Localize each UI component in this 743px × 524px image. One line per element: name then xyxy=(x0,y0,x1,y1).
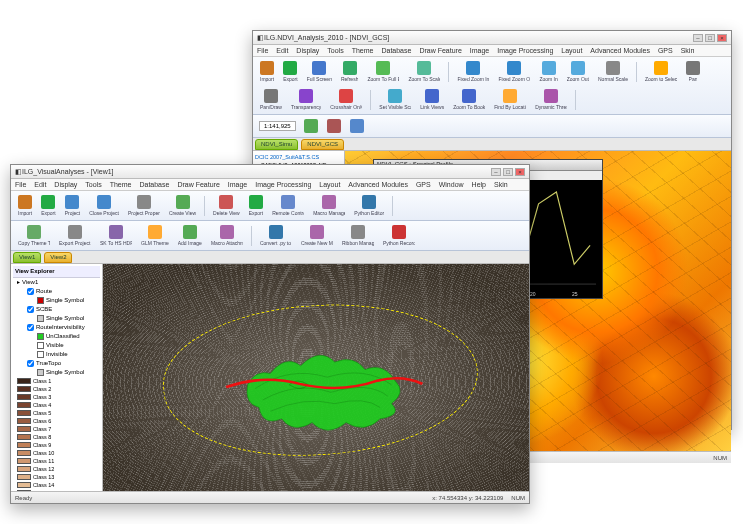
tool-export[interactable]: Export xyxy=(280,59,300,84)
close-button[interactable]: × xyxy=(515,168,525,176)
tool-zoom-to-full-extent[interactable]: Zoom To Full Extent xyxy=(364,59,402,84)
tool-full-screen[interactable]: Full Screen xyxy=(304,59,335,84)
tool-export-project-metadata[interactable]: Export Project Metadata xyxy=(56,223,94,248)
tool-set-visible-scale[interactable]: Set Visible Scale xyxy=(376,87,414,112)
menu-layout[interactable]: Layout xyxy=(319,181,340,188)
class-row[interactable]: Class 5 xyxy=(13,409,100,417)
layer-checkbox[interactable] xyxy=(27,324,34,331)
tool-ribbon-manager[interactable]: Ribbon Manager xyxy=(339,223,377,248)
tool-fixed-zoom-out[interactable]: Fixed Zoom Out xyxy=(495,59,533,84)
close-button[interactable]: × xyxy=(717,34,727,42)
tool-python-editor[interactable]: Python Editor xyxy=(351,193,387,218)
class-row[interactable]: Class 2 xyxy=(13,385,100,393)
menu-draw-feature[interactable]: Draw Feature xyxy=(177,181,219,188)
legend-item[interactable]: Visible xyxy=(13,341,100,350)
menu-draw-feature[interactable]: Draw Feature xyxy=(419,47,461,54)
tool-export[interactable]: Export xyxy=(246,193,266,218)
class-row[interactable]: Class 12 xyxy=(13,465,100,473)
tool-create-view[interactable]: Create View xyxy=(166,193,199,218)
identify-button[interactable] xyxy=(347,117,367,135)
tool-glm-theme[interactable]: GLM Theme xyxy=(138,223,172,248)
menu-theme[interactable]: Theme xyxy=(352,47,374,54)
class-row[interactable]: Class 8 xyxy=(13,433,100,441)
menu-file[interactable]: File xyxy=(15,181,26,188)
tool-pan-draw[interactable]: Pan/Draw xyxy=(257,87,285,112)
class-row[interactable]: Class 1 xyxy=(13,377,100,385)
tool-link-views[interactable]: Link Views xyxy=(417,87,447,112)
menu-layout[interactable]: Layout xyxy=(561,47,582,54)
layer-scbe[interactable]: SCBE xyxy=(13,305,100,314)
tool-create-new-macro[interactable]: Create New Macro xyxy=(298,223,336,248)
tool-add-image[interactable]: Add Image xyxy=(175,223,205,248)
tab-view2[interactable]: View2 xyxy=(44,252,72,263)
menu-theme[interactable]: Theme xyxy=(110,181,132,188)
menu-display[interactable]: Display xyxy=(296,47,319,54)
class-row[interactable]: Class 7 xyxy=(13,425,100,433)
tool-crosshair-on-off[interactable]: Crosshair On/Off xyxy=(327,87,365,112)
class-row[interactable]: Class 6 xyxy=(13,417,100,425)
layer-truetopo[interactable]: TrueTopo xyxy=(13,359,100,368)
class-row[interactable]: Class 11 xyxy=(13,457,100,465)
menu-advanced-modules[interactable]: Advanced Modules xyxy=(590,47,650,54)
tool-fixed-zoom-in[interactable]: Fixed Zoom In xyxy=(454,59,492,84)
menu-gps[interactable]: GPS xyxy=(416,181,431,188)
class-row[interactable]: Class 13 xyxy=(13,473,100,481)
menu-image-processing[interactable]: Image Processing xyxy=(255,181,311,188)
map-canvas-front[interactable] xyxy=(103,264,529,491)
menu-file[interactable]: File xyxy=(257,47,268,54)
menu-edit[interactable]: Edit xyxy=(276,47,288,54)
tool-import[interactable]: Import xyxy=(15,193,35,218)
tool-convert-py-to-pyc[interactable]: Convert .py to .pyc xyxy=(257,223,295,248)
menu-skin[interactable]: Skin xyxy=(681,47,695,54)
tool-transparency[interactable]: Transparency xyxy=(288,87,324,112)
menu-image-processing[interactable]: Image Processing xyxy=(497,47,553,54)
titlebar-back[interactable]: ◧ ILG.NDVI_Analysis_2010 - [NDVI_GCS] – … xyxy=(253,31,731,45)
tool-pan[interactable]: Pan xyxy=(683,59,703,84)
layer-routeintervisibility[interactable]: RouteIntervisibility xyxy=(13,323,100,332)
menu-display[interactable]: Display xyxy=(54,181,77,188)
menu-window[interactable]: Window xyxy=(439,181,464,188)
legend-item[interactable]: Invisible xyxy=(13,350,100,359)
maximize-button[interactable]: □ xyxy=(503,168,513,176)
class-row[interactable]: Class 15 xyxy=(13,489,100,491)
menu-database[interactable]: Database xyxy=(381,47,411,54)
tool-zoom-to-bookmark[interactable]: Zoom To Bookmark xyxy=(450,87,488,112)
tool-refresh[interactable]: Refresh xyxy=(338,59,362,84)
tool-normal-scale[interactable]: Normal Scale xyxy=(595,59,631,84)
tool-remote-control[interactable]: Remote Control xyxy=(269,193,307,218)
layer-checkbox[interactable] xyxy=(27,360,34,367)
scale-input[interactable]: 1:141,925 xyxy=(259,121,296,131)
minimize-button[interactable]: – xyxy=(693,34,703,42)
layer-route[interactable]: Route xyxy=(13,287,100,296)
tool-project[interactable]: Project xyxy=(62,193,84,218)
menu-help[interactable]: Help xyxy=(472,181,486,188)
tool-macro-manager[interactable]: Macro Manager xyxy=(310,193,348,218)
menu-tools[interactable]: Tools xyxy=(327,47,343,54)
menu-edit[interactable]: Edit xyxy=(34,181,46,188)
maximize-button[interactable]: □ xyxy=(705,34,715,42)
tool-export[interactable]: Export xyxy=(38,193,58,218)
menu-gps[interactable]: GPS xyxy=(658,47,673,54)
layer-checkbox[interactable] xyxy=(27,288,34,295)
layer-checkbox[interactable] xyxy=(27,306,34,313)
class-row[interactable]: Class 9 xyxy=(13,441,100,449)
tool-dynamic-threshold[interactable]: Dynamic Threshold xyxy=(532,87,570,112)
minimize-button[interactable]: – xyxy=(491,168,501,176)
tab-ndvi-gcs[interactable]: NDVI_GCS xyxy=(301,139,344,150)
tool-python-recorder[interactable]: Python Recorder xyxy=(380,223,418,248)
tool-copy-theme-to-project[interactable]: Copy Theme To Project xyxy=(15,223,53,248)
menu-database[interactable]: Database xyxy=(139,181,169,188)
menu-image[interactable]: Image xyxy=(470,47,489,54)
tool-macro-attachment[interactable]: Macro Attachment xyxy=(208,223,246,248)
tool-delete-view[interactable]: Delete View xyxy=(210,193,243,218)
legend-item[interactable]: UnClassified xyxy=(13,332,100,341)
tool-project-properties[interactable]: Project Properties xyxy=(125,193,163,218)
menu-image[interactable]: Image xyxy=(228,181,247,188)
titlebar-front[interactable]: ◧ ILG_VisualAnalyses - [View1] – □ × xyxy=(11,165,529,179)
zoom-forward-button[interactable] xyxy=(301,117,321,135)
class-row[interactable]: Class 10 xyxy=(13,449,100,457)
tool-import[interactable]: Import xyxy=(257,59,277,84)
tool-close-project[interactable]: Close Project xyxy=(86,193,122,218)
tab-view1[interactable]: View1 xyxy=(13,252,41,263)
tool-zoom-out[interactable]: Zoom Out xyxy=(564,59,592,84)
